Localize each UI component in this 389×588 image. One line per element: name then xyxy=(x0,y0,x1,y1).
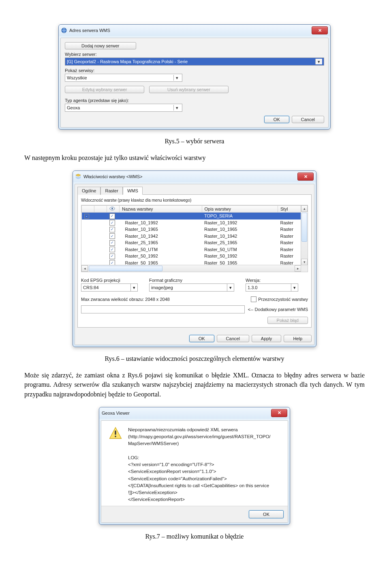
scroll-thumb[interactable] xyxy=(301,213,307,242)
format-label: Format graficzny xyxy=(149,278,234,283)
chevron-down-icon: ▾ xyxy=(315,59,322,64)
figure-2-caption: Rys.6 – ustawianie widoczności poszczegó… xyxy=(24,355,365,362)
show-services-combobox[interactable]: Wszystkie ▾ xyxy=(65,74,182,82)
table-row[interactable]: ✓Raster_50_1992Raster_50_1992Raster xyxy=(82,253,308,260)
visibility-checkbox[interactable]: ✓ xyxy=(109,254,115,259)
format-combobox[interactable]: image/jpeg ▾ xyxy=(149,283,234,292)
ok-button[interactable]: OK xyxy=(189,335,214,342)
max-size-label: Max zwracana wielkość obrazu: 2048 x 204… xyxy=(81,297,170,302)
table-row[interactable]: ✓Raster_50_UTMRaster_50_UTMRaster xyxy=(82,246,308,253)
layer-desc-cell: Raster_50_UTM xyxy=(202,246,278,253)
layer-desc-cell: Raster_10_1942 xyxy=(202,233,278,240)
globe-icon xyxy=(61,28,67,33)
col-desc[interactable]: Opis warstwy xyxy=(202,206,278,213)
window-title: Geoxa Viewer xyxy=(102,411,271,415)
checkbox-icon xyxy=(251,296,256,302)
layer-desc-cell: Raster_50_1992 xyxy=(202,253,278,260)
help-button[interactable]: Help xyxy=(284,335,312,342)
visibility-checkbox[interactable]: ✓ xyxy=(109,213,115,219)
version-combobox[interactable]: 1.3.0 ▾ xyxy=(246,283,298,292)
ok-button[interactable]: OK xyxy=(249,510,284,518)
tab-pane-wms: Widoczność warstw (prawy klawisz dla men… xyxy=(77,194,312,328)
close-button[interactable]: ✕ xyxy=(297,173,314,181)
layer-desc-cell: Raster_25_1965 xyxy=(202,239,278,246)
body-paragraph-1: W następnym kroku pozostaje już tylko us… xyxy=(24,153,365,162)
svg-point-2 xyxy=(111,208,113,209)
tab-wms[interactable]: WMS xyxy=(123,187,143,195)
layer-name-cell: Raster_10_1992 xyxy=(120,219,202,226)
table-row[interactable]: ✓Raster_10_1965Raster_10_1965Raster xyxy=(82,226,308,233)
layer-name-cell: Raster_10_1942 xyxy=(120,233,202,240)
layer-name-cell: Raster_50_UTM xyxy=(120,246,202,253)
window-title: Adres serwera WMS xyxy=(69,28,312,33)
horizontal-scrollbar[interactable]: ◂ ▸ xyxy=(81,265,301,272)
close-button[interactable]: ✕ xyxy=(312,26,328,34)
delete-server-button[interactable]: Usuń wybrany serwer xyxy=(149,86,229,93)
visibility-checkbox[interactable]: ✓ xyxy=(109,233,115,239)
scroll-corner xyxy=(301,265,308,272)
svg-rect-3 xyxy=(115,430,116,435)
layer-name-cell xyxy=(120,213,202,219)
window-titlebar[interactable]: Adres serwera WMS ✕ xyxy=(59,25,330,36)
layers-hint: Widoczność warstw (prawy klawisz dla men… xyxy=(81,198,308,202)
table-row[interactable]: ✓Raster_25_1965Raster_25_1965Raster xyxy=(82,239,308,246)
chevron-down-icon: ▾ xyxy=(130,284,137,291)
scroll-right-icon[interactable]: ▸ xyxy=(295,265,301,272)
table-row[interactable]: -✓TOPO_SERIA xyxy=(82,213,308,219)
ok-button[interactable]: OK xyxy=(264,116,289,123)
chevron-down-icon: ▾ xyxy=(227,284,234,291)
cancel-button[interactable]: Cancel xyxy=(217,335,249,342)
layer-name-cell: Raster_50_1992 xyxy=(120,253,202,260)
tab-raster[interactable]: Raster xyxy=(100,187,122,195)
scroll-thumb[interactable] xyxy=(89,266,162,271)
window-titlebar[interactable]: Właściwości warstwy <WMS> ✕ xyxy=(73,171,316,182)
figure-3-caption: Rys.7 – możliwy komunikat o błędzie xyxy=(24,533,365,540)
layers-icon xyxy=(75,174,81,179)
tabs: Ogólne Raster WMS xyxy=(77,187,312,195)
visibility-checkbox[interactable]: ✓ xyxy=(109,240,115,246)
chevron-down-icon: ▾ xyxy=(291,284,298,291)
edit-server-button[interactable]: Edytuj wybrany serwer xyxy=(65,86,144,93)
body-paragraph-2: Może się zdarzyć, że zamiast okna z Rys.… xyxy=(24,371,365,399)
close-button[interactable]: ✕ xyxy=(271,409,287,417)
figure-3: Geoxa Viewer ✕ Niepoprawna/niezrozumiała… xyxy=(24,407,365,525)
pick-server-label: Wybierz serwer: xyxy=(65,52,324,57)
visibility-checkbox[interactable]: ✓ xyxy=(109,220,115,226)
figure-2: Właściwości warstwy <WMS> ✕ Ogólne Raste… xyxy=(24,170,365,347)
tab-general[interactable]: Ogólne xyxy=(77,187,100,195)
pick-server-combobox[interactable]: [G] Geoportal2 - Rastrowa Mapa Topografi… xyxy=(65,58,324,66)
proj-combobox[interactable]: CRS:84 ▾ xyxy=(81,283,138,292)
extra-param-input[interactable] xyxy=(81,305,245,313)
col-name[interactable]: Nazwa warstwy xyxy=(120,206,202,213)
scroll-left-icon[interactable]: ◂ xyxy=(81,265,88,272)
layers-list[interactable]: Nazwa warstwy Opis warstwy Styl -✓TOPO_S… xyxy=(81,205,308,272)
version-label: Wersja: xyxy=(246,278,298,283)
table-row[interactable]: ✓Raster_10_1992Raster_10_1992Raster xyxy=(82,219,308,226)
version-value: 1.3.0 xyxy=(248,285,257,290)
error-message-text: Niepoprawna/niezrozumiała odpowiedź XML … xyxy=(128,426,271,503)
visibility-checkbox[interactable]: ✓ xyxy=(109,247,115,252)
warning-icon xyxy=(109,426,122,440)
vertical-scrollbar[interactable]: ▴ ▾ xyxy=(301,205,308,265)
agent-label: Typ agenta (przedstaw się jako): xyxy=(65,98,324,103)
figure-1: Adres serwera WMS ✕ Dodaj nowy serwer Wy… xyxy=(24,24,365,130)
visibility-checkbox[interactable]: ✓ xyxy=(109,227,115,232)
svg-point-4 xyxy=(115,436,116,437)
eye-column-header xyxy=(107,206,120,213)
show-error-button[interactable]: Pokaż błąd xyxy=(267,317,308,324)
transparency-checkbox[interactable]: Przezroczystość warstwy xyxy=(251,296,308,302)
window-title: Właściwości warstwy <WMS> xyxy=(83,174,297,179)
table-row[interactable]: ✓Raster_10_1942Raster_10_1942Raster xyxy=(82,233,308,240)
scroll-down-icon[interactable]: ▾ xyxy=(301,259,308,265)
chevron-down-icon: ▾ xyxy=(173,105,180,111)
agent-combobox[interactable]: Geoxa ▾ xyxy=(65,104,182,112)
layer-desc-cell: Raster_10_1965 xyxy=(202,226,278,233)
add-server-button[interactable]: Dodaj nowy serwer xyxy=(65,42,136,49)
scroll-up-icon[interactable]: ▴ xyxy=(301,205,308,212)
apply-button[interactable]: Apply xyxy=(252,335,282,342)
tree-toggle-icon[interactable]: - xyxy=(84,214,89,219)
show-services-value: Wszystkie xyxy=(67,75,87,80)
layer-desc-cell: Raster_10_1992 xyxy=(202,219,278,226)
cancel-button[interactable]: Cancel xyxy=(292,116,324,123)
window-titlebar[interactable]: Geoxa Viewer ✕ xyxy=(99,407,290,419)
